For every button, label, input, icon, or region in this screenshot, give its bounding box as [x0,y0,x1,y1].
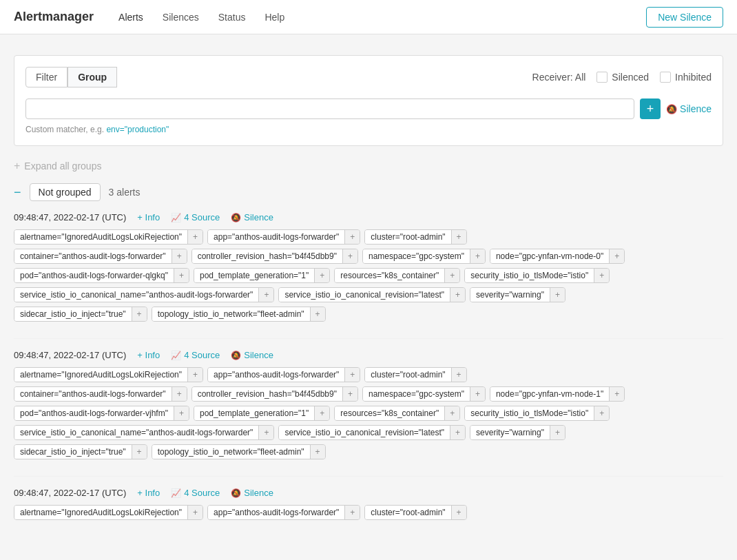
tag-add-button[interactable]: + [451,230,466,244]
tag-text: pod_template_generation="1" [194,269,314,282]
tag-add-button[interactable]: + [450,288,465,302]
inhibited-checkbox-label[interactable]: Inhibited [660,72,712,83]
hint-text: Custom matcher, e.g. env="production" [25,125,712,134]
tag-text: controller_revision_hash="b4f45dbb9" [192,249,342,263]
alert-time: 09:48:47, 2022-02-17 (UTC) [14,488,126,498]
tag-add-button[interactable]: + [174,269,189,282]
nav-status[interactable]: Status [210,8,254,27]
tag: alertname="IgnoredAuditLogsLokiRejection… [14,505,203,520]
tag-add-button[interactable]: + [342,387,357,401]
tag-add-button[interactable]: + [172,387,187,401]
silenced-checkbox-label[interactable]: Silenced [596,72,649,83]
nav-alerts[interactable]: Alerts [110,8,152,27]
tag-add-button[interactable]: + [594,269,609,282]
tag-add-button[interactable]: + [550,288,565,302]
tag: sidecar_istio_io_inject="true"+ [14,444,147,459]
tag-add-button[interactable]: + [310,307,325,321]
add-matcher-button[interactable]: + [640,98,661,119]
collapse-button[interactable]: − [14,186,21,198]
tag-add-button[interactable]: + [187,506,203,519]
tag-add-button[interactable]: + [187,368,203,382]
tag-text: pod="anthos-audit-logs-forwarder-qlgkq" [14,269,174,282]
tags-row: alertname="IgnoredAuditLogsLokiRejection… [14,505,723,520]
tag-add-button[interactable]: + [342,249,357,263]
tag-add-button[interactable]: + [310,445,325,459]
tag-text: node="gpc-ynfan-vm-node-0" [490,249,609,263]
nav-help[interactable]: Help [256,8,293,27]
inhibited-checkbox[interactable] [660,72,671,83]
source-button[interactable]: 📈 4 Source [171,212,220,222]
tag-add-button[interactable]: + [132,445,147,459]
tag-add-button[interactable]: + [344,230,360,244]
tag-add-button[interactable]: + [314,406,329,420]
tag-add-button[interactable]: + [444,406,459,420]
search-input[interactable] [25,98,634,119]
tags-row: container="anthos-audit-logs-forwarder"+… [14,249,723,264]
alert-meta: 09:48:47, 2022-02-17 (UTC)+ Info📈 4 Sour… [14,488,723,498]
tags-row: sidecar_istio_io_inject="true"+topology_… [14,444,723,459]
tag: namespace="gpc-system"+ [362,249,486,264]
tag: app="anthos-audit-logs-forwarder"+ [207,229,360,245]
alert-meta: 09:48:47, 2022-02-17 (UTC)+ Info📈 4 Sour… [14,212,723,222]
silence-button[interactable]: 🔕 Silence [231,488,273,498]
tag-add-button[interactable]: + [258,426,273,439]
tag-add-button[interactable]: + [187,230,203,244]
tag-text: severity="warning" [470,426,550,439]
navbar-right: New Silence [646,7,723,28]
search-row: + 🔕 Silence [25,98,712,119]
alert-count: 3 alerts [109,187,141,198]
new-silence-button[interactable]: New Silence [646,7,723,28]
tag-add-button[interactable]: + [258,288,273,302]
info-button[interactable]: + Info [137,212,160,222]
tag-add-button[interactable]: + [451,368,466,382]
silence-button[interactable]: 🔕 Silence [666,103,712,114]
tag-text: service_istio_io_canonical_name="anthos-… [14,288,258,302]
tag: cluster="root-admin"+ [364,229,466,245]
tag-add-button[interactable]: + [450,426,465,439]
tag: app="anthos-audit-logs-forwarder"+ [207,367,360,382]
tag: pod="anthos-audit-logs-forwarder-vjhfm"+ [14,406,189,421]
tag-add-button[interactable]: + [451,506,466,519]
source-button[interactable]: 📈 4 Source [171,488,220,498]
tab-filter[interactable]: Filter [25,67,68,87]
tag-text: alertname="IgnoredAuditLogsLokiRejection… [14,230,187,244]
tag-add-button[interactable]: + [550,426,565,439]
tag-add-button[interactable]: + [470,249,485,263]
tag-add-button[interactable]: + [314,269,329,282]
navbar-links: Alerts Silences Status Help [110,8,293,27]
alert-time: 09:48:47, 2022-02-17 (UTC) [14,350,126,360]
tag: resources="k8s_container"+ [334,268,460,283]
silenced-checkbox[interactable] [596,72,608,83]
expand-all-row[interactable]: + Expand all groups [14,160,723,172]
tag-text: alertname="IgnoredAuditLogsLokiRejection… [14,368,187,382]
info-button[interactable]: + Info [137,488,160,498]
info-button[interactable]: + Info [137,350,160,360]
tag: service_istio_io_canonical_revision="lat… [278,287,466,302]
tags-row: container="anthos-audit-logs-forwarder"+… [14,386,723,402]
hint-example-link[interactable]: env="production" [106,125,169,134]
tag-add-button[interactable]: + [344,506,360,519]
nav-silences[interactable]: Silences [154,8,207,27]
tag: service_istio_io_canonical_name="anthos-… [14,287,274,302]
source-button[interactable]: 📈 4 Source [171,350,220,360]
tag-add-button[interactable]: + [609,249,624,263]
tag-add-button[interactable]: + [470,387,485,401]
tag-add-button[interactable]: + [172,249,187,263]
navbar-brand: Alertmanager [14,10,94,24]
tab-group[interactable]: Group [68,67,117,87]
tag-add-button[interactable]: + [344,368,360,382]
silence-button[interactable]: 🔕 Silence [231,212,273,222]
tag-add-button[interactable]: + [594,406,609,420]
tag-text: pod="anthos-audit-logs-forwarder-vjhfm" [14,406,174,420]
tags-row: alertname="IgnoredAuditLogsLokiRejection… [14,367,723,382]
tag-add-button[interactable]: + [132,307,147,321]
tag-text: service_istio_io_canonical_revision="lat… [279,426,450,439]
tag-add-button[interactable]: + [609,387,624,401]
tag-add-button[interactable]: + [444,269,459,282]
tag: container="anthos-audit-logs-forwarder"+ [14,249,187,264]
tags-row: service_istio_io_canonical_name="anthos-… [14,425,723,440]
silence-button[interactable]: 🔕 Silence [231,350,273,360]
tag: alertname="IgnoredAuditLogsLokiRejection… [14,229,203,245]
tag-add-button[interactable]: + [174,406,189,420]
tag-text: container="anthos-audit-logs-forwarder" [14,387,172,401]
